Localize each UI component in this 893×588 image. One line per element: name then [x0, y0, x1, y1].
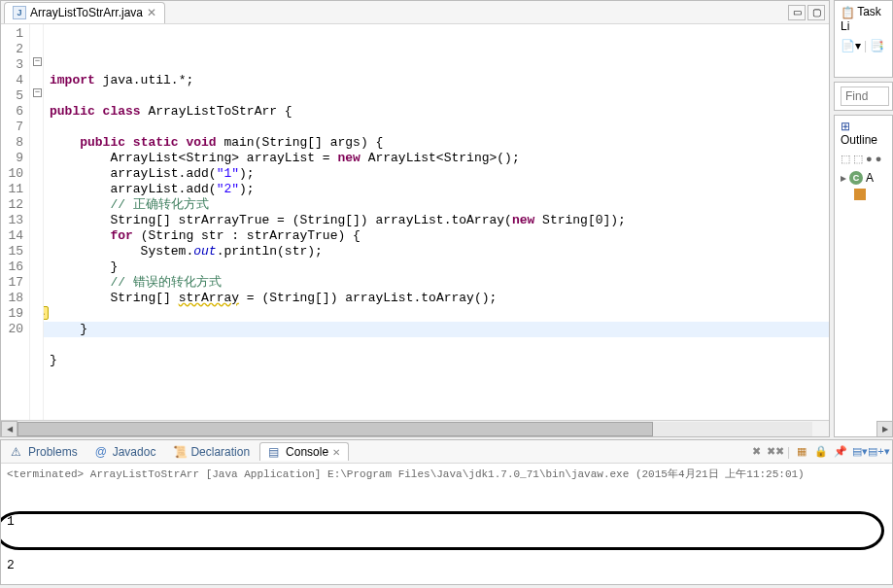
java-file-icon: J — [13, 6, 26, 19]
fold-marker-icon[interactable]: − — [33, 57, 42, 66]
scroll-right-icon[interactable]: ▶ — [876, 421, 893, 437]
code-line[interactable]: } — [50, 353, 829, 368]
line-number: 14 — [1, 228, 23, 244]
line-number: 1 — [1, 26, 23, 42]
code-line[interactable]: String[] strArray = (String[]) arrayList… — [50, 291, 829, 306]
tab-problems[interactable]: ⚠ Problems — [3, 443, 86, 461]
line-number: 7 — [1, 120, 23, 135]
line-number: 16 — [1, 259, 23, 275]
code-line[interactable]: arrayList.add("2"); — [50, 182, 829, 197]
line-number: 19 — [1, 306, 23, 322]
bottom-tabbar: ⚠ Problems @ Javadoc 📜 Declaration ▤ Con… — [1, 440, 892, 464]
remove-launch-icon[interactable]: ✖ — [748, 443, 765, 460]
clear-console-icon[interactable]: ▦ — [793, 443, 809, 460]
line-number: 6 — [1, 104, 23, 120]
find-input[interactable] — [841, 86, 889, 106]
open-console-icon[interactable]: ▤+▾ — [871, 443, 887, 460]
tab-console-label: Console — [286, 445, 328, 459]
scroll-lock-icon[interactable]: 🔒 — [812, 443, 829, 460]
fold-column[interactable]: − − — [30, 24, 44, 420]
pin-console-icon[interactable]: 📌 — [832, 443, 848, 460]
console-output[interactable]: 1 2 Exception in thread "main" java.lang… — [1, 484, 892, 584]
line-number: 3 — [1, 57, 23, 73]
code-line[interactable]: // 正确转化方式 — [50, 197, 829, 213]
editor-body[interactable]: 1234567891011121314151617181920 − − impo… — [1, 24, 829, 420]
code-line[interactable]: ArrayList<String> arrayList = new ArrayL… — [50, 151, 829, 166]
outline-panel[interactable]: ⊞ Outline ⬚ ⬚ ● ● ▸ C A — [834, 115, 893, 437]
code-area[interactable]: import java.util.*; public class ArrayLi… — [44, 24, 829, 420]
line-number: 11 — [1, 182, 23, 197]
code-line[interactable]: arrayList.add("1"); — [50, 166, 829, 182]
code-line[interactable] — [50, 88, 829, 104]
line-number: 9 — [1, 151, 23, 166]
code-line[interactable]: public static void main(String[] args) { — [50, 135, 829, 151]
line-number: 13 — [1, 213, 23, 228]
code-line[interactable]: String[] strArrayTrue = (String[]) array… — [50, 213, 829, 228]
divider-icon: | — [864, 39, 867, 52]
editor-tab-label: ArrayListToStrArr.java — [30, 6, 143, 19]
scroll-left-icon[interactable]: ◀ — [1, 421, 17, 437]
task-list-icon: 📋 — [841, 6, 854, 19]
scroll-thumb[interactable] — [17, 422, 653, 436]
code-line[interactable]: import java.util.*; — [50, 73, 829, 88]
tab-declaration[interactable]: 📜 Declaration — [165, 443, 258, 461]
display-selected-icon[interactable]: ▤▾ — [851, 443, 868, 460]
line-number: 12 — [1, 197, 23, 213]
line-number: 5 — [1, 88, 23, 104]
maximize-button[interactable]: ▢ — [807, 5, 825, 20]
close-view-icon[interactable]: ✕ — [332, 447, 340, 458]
outline-class-label[interactable]: A — [866, 171, 874, 185]
right-sidebar: 📋 Task Li 📄▾ | 📑 ⊞ Outline ⬚ ⬚ ● ● ▸ C A — [830, 0, 893, 437]
code-line[interactable]: public class ArrayListToStrArr { — [50, 104, 829, 120]
tab-javadoc[interactable]: @ Javadoc — [87, 443, 164, 461]
code-line[interactable] — [50, 120, 829, 135]
tab-problems-label: Problems — [28, 445, 78, 459]
categories-icon[interactable]: 📑 — [870, 39, 884, 52]
code-line[interactable]: } — [50, 322, 829, 337]
class-icon: C — [849, 171, 863, 185]
scroll-track[interactable] — [17, 422, 812, 436]
line-number: 17 — [1, 275, 23, 291]
tab-declaration-label: Declaration — [190, 445, 250, 459]
remove-all-icon[interactable]: ✖✖ — [768, 443, 784, 460]
console-icon: ▤ — [268, 445, 282, 459]
line-number: 15 — [1, 244, 23, 259]
new-task-icon[interactable]: 📄▾ — [841, 39, 861, 52]
expand-icon[interactable]: ▸ — [841, 171, 846, 185]
console-line: 2 — [7, 558, 886, 572]
minimize-button[interactable]: ▭ — [788, 5, 806, 20]
line-number-gutter: 1234567891011121314151617181920 — [1, 24, 30, 420]
line-number: 2 — [1, 42, 23, 57]
bottom-pane: ⚠ Problems @ Javadoc 📜 Declaration ▤ Con… — [0, 439, 893, 585]
line-number: 4 — [1, 73, 23, 88]
close-tab-icon[interactable]: ✕ — [147, 6, 156, 19]
line-number: 10 — [1, 166, 23, 182]
horizontal-scrollbar[interactable]: ◀ ▶ — [1, 420, 829, 436]
code-line[interactable]: for (String str : strArrayTrue) { — [50, 228, 829, 244]
code-line[interactable]: System.out.println(str); — [50, 244, 829, 259]
editor-pane: J ArrayListToStrArr.java ✕ ▭ ▢ 123456789… — [0, 0, 830, 437]
fold-marker-icon[interactable]: − — [33, 88, 42, 97]
tab-console[interactable]: ▤ Console ✕ — [259, 442, 349, 461]
editor-tab-active[interactable]: J ArrayListToStrArr.java ✕ — [4, 2, 165, 23]
method-icon — [854, 189, 866, 200]
editor-tabbar: J ArrayListToStrArr.java ✕ ▭ ▢ — [1, 1, 829, 24]
code-line[interactable] — [50, 368, 829, 384]
outline-icon: ⊞ — [841, 120, 850, 133]
tab-javadoc-label: Javadoc — [113, 445, 156, 459]
declaration-icon: 📜 — [173, 445, 187, 459]
line-number: 18 — [1, 291, 23, 306]
console-line: 1 — [7, 514, 886, 529]
code-line[interactable] — [50, 337, 829, 353]
code-line[interactable]: // 错误的转化方式 — [50, 275, 829, 291]
outline-toolbar[interactable]: ⬚ ⬚ ● ● — [841, 153, 886, 165]
problems-icon: ⚠ — [11, 445, 24, 459]
outline-title: Outline — [841, 133, 877, 147]
task-list-panel[interactable]: 📋 Task Li 📄▾ | 📑 — [834, 0, 893, 78]
javadoc-icon: @ — [95, 445, 109, 459]
code-line[interactable] — [50, 306, 829, 322]
warning-gutter-icon[interactable]: ⚠ — [44, 306, 49, 320]
find-panel — [834, 82, 893, 111]
console-terminated-info: <terminated> ArrayListToStrArr [Java App… — [1, 464, 892, 484]
code-line[interactable]: } — [50, 259, 829, 275]
